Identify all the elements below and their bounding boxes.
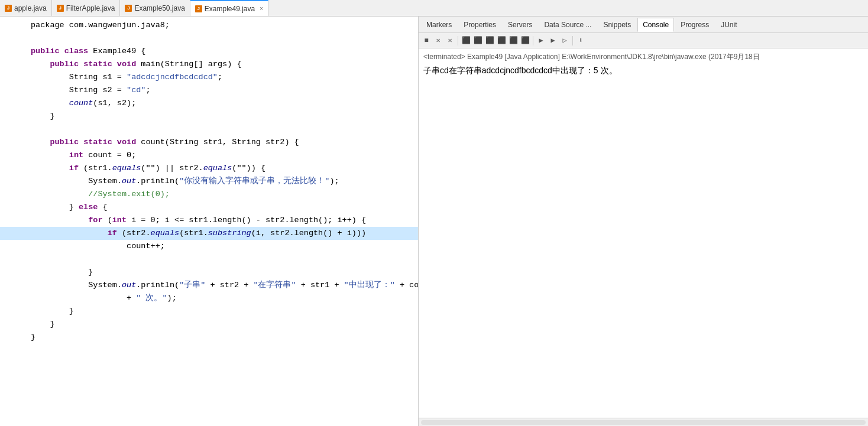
line-content: if (str1.equals("") || str2.equals("")) … (31, 162, 416, 175)
code-line-14: //System.exit(0); (0, 188, 418, 201)
code-line-13: System.out.println("你没有输入字符串或子串，无法比较！"); (0, 175, 418, 188)
code-token-normal: + count (395, 281, 419, 290)
code-token-normal: } (31, 320, 55, 329)
console-tab-properties[interactable]: Properties (458, 18, 501, 32)
code-token-method: count (69, 99, 93, 108)
code-token-normal: (s1, s2); (93, 99, 136, 108)
console-tab-progress[interactable]: Progress (675, 18, 714, 32)
scrollbar-track[interactable] (421, 420, 866, 425)
code-token-kw: int (112, 216, 127, 225)
code-token-kw: else (79, 203, 98, 212)
code-token-normal: { (98, 203, 107, 212)
stop-button[interactable]: ■ (421, 35, 432, 46)
code-token-normal: (i, str2.length() + i))) (251, 229, 366, 238)
code-token-normal: String s1 = (31, 73, 127, 82)
code-token-normal: ); (329, 177, 339, 186)
code-token-normal: ; (218, 73, 222, 82)
line-content: package com.wangwenjun.java8; (31, 19, 416, 32)
console-tab-console[interactable]: Console (637, 18, 674, 32)
code-token-normal (79, 138, 83, 147)
code-token-normal: System. (31, 177, 122, 186)
code-token-normal: ; (145, 86, 150, 95)
java-file-icon: J (195, 5, 202, 12)
console-tab-markers[interactable]: Markers (421, 18, 457, 32)
find-button[interactable]: ⬛ (484, 35, 495, 46)
code-token-normal: ( (103, 216, 112, 225)
run-button[interactable]: ▶ (536, 35, 546, 46)
code-token-normal (60, 47, 64, 56)
code-line-7: count(s1, s2); (0, 97, 418, 110)
debug-button[interactable]: ▶ (548, 35, 558, 46)
tab-label: apple.java (14, 4, 47, 12)
right-panel: MarkersPropertiesServersData Source ...S… (419, 17, 868, 426)
code-line-4: public static void main(String[] args) { (0, 58, 418, 71)
code-token-normal: } (31, 112, 55, 121)
line-content: } (31, 305, 416, 318)
code-line-24: } (0, 318, 418, 331)
view-menu-button[interactable]: ⬇ (575, 35, 586, 46)
scroll-lock-button[interactable]: ⬛ (508, 35, 519, 46)
code-token-normal: (str1. (79, 164, 112, 173)
line-content: //System.exit(0); (31, 188, 416, 201)
console-tab-servers[interactable]: Servers (503, 18, 537, 32)
code-token-str: "cd" (127, 86, 145, 95)
main-layout: package com.wangwenjun.java8; public cla… (0, 17, 868, 426)
word-wrap-button[interactable]: ⬛ (520, 35, 530, 46)
console-tab-datasource[interactable]: Data Source ... (539, 18, 597, 32)
editor-tab-bar: Japple.javaJFilterApple.javaJExample50.j… (0, 0, 868, 17)
line-content: public static void count(String str1, St… (31, 136, 416, 149)
line-content (31, 253, 416, 266)
console-scrollbar[interactable] (419, 418, 868, 426)
line-content: String s1 = "adcdcjncdfbcdcdcd"; (31, 71, 416, 84)
code-token-kw: void (117, 60, 136, 69)
remove-button[interactable]: ✕ (445, 35, 455, 46)
code-token-kw: public (31, 138, 79, 147)
code-token-kw: int (69, 151, 83, 160)
code-line-10: public static void count(String str1, St… (0, 136, 418, 149)
code-token-normal: ("") || str2. (141, 164, 203, 173)
code-token-cn-str: "在字符串" (253, 281, 296, 290)
line-content: System.out.println("你没有输入字符串或子串，无法比较！"); (31, 175, 416, 188)
code-token-kw: public (31, 60, 79, 69)
console-tab-junit[interactable]: JUnit (715, 18, 742, 32)
copy-button[interactable]: ⬛ (461, 35, 471, 46)
code-token-method: equals (151, 229, 180, 238)
line-content: public static void main(String[] args) { (31, 58, 416, 71)
tab-label: Example49.java (205, 5, 255, 13)
code-token-cn-str: "子串" (179, 281, 205, 290)
code-token-kw: if (108, 229, 117, 238)
paste-button[interactable]: ⬛ (472, 35, 483, 46)
line-content: } else { (31, 201, 416, 214)
code-token-normal: Example49 { (88, 47, 145, 56)
console-tab-snippets[interactable]: Snippets (598, 18, 636, 32)
profile-button[interactable]: ▷ (559, 35, 570, 46)
line-content: } (31, 331, 416, 344)
code-token-normal: ); (167, 294, 177, 303)
console-output: <terminated> Example49 [Java Application… (419, 48, 868, 418)
console-terminated-text: <terminated> Example49 [Java Application… (423, 52, 863, 62)
editor-tab-example50[interactable]: JExample50.java (120, 0, 190, 16)
tab-close-icon[interactable]: × (260, 5, 263, 12)
line-content: if (str2.equals(str1.substring(i, str2.l… (31, 227, 416, 240)
clear-button[interactable]: ⬛ (496, 35, 507, 46)
sep1 (458, 36, 458, 45)
code-token-normal: } (31, 333, 35, 342)
editor-tab-apple[interactable]: Japple.java (0, 0, 52, 16)
editor-tab-filterapple[interactable]: JFilterApple.java (52, 0, 121, 16)
code-token-normal (31, 164, 69, 173)
code-line-19 (0, 253, 418, 266)
code-token-kw: static (83, 60, 112, 69)
code-token-normal: .println( (136, 177, 179, 186)
line-content: count(s1, s2); (31, 97, 416, 110)
code-line-20: } (0, 266, 418, 279)
code-token-normal (31, 229, 108, 238)
code-line-23: } (0, 305, 418, 318)
terminate-button[interactable]: ✕ (433, 35, 443, 46)
editor-tab-example49[interactable]: JExample49.java× (190, 0, 268, 16)
code-token-normal: } (31, 203, 79, 212)
line-content: System.out.println("子串" + str2 + "在字符串" … (31, 279, 419, 292)
code-token-normal: System. (31, 281, 122, 290)
line-content: } (31, 266, 416, 279)
code-token-cn-str: " 次。" (136, 294, 167, 303)
code-line-9 (0, 123, 418, 136)
